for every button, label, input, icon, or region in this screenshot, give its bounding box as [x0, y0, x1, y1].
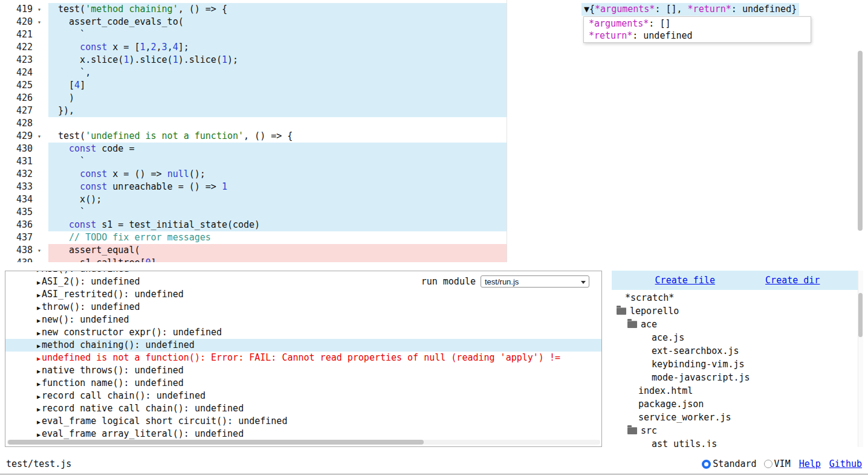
- gutter-cell[interactable]: 430: [0, 143, 48, 155]
- expand-triangle-icon[interactable]: ▶: [37, 304, 40, 311]
- gutter-cell[interactable]: 432: [0, 168, 48, 181]
- code-text[interactable]: [48, 117, 58, 130]
- code-line-431[interactable]: 431 `: [0, 155, 868, 168]
- gutter-cell[interactable]: 424: [0, 66, 48, 79]
- expand-triangle-icon[interactable]: ▶: [37, 330, 40, 336]
- expand-triangle-icon[interactable]: ▶: [37, 343, 40, 349]
- gutter-cell[interactable]: 422: [0, 41, 48, 54]
- code-text[interactable]: [4]: [48, 79, 85, 92]
- code-editor[interactable]: 419▾test('method chaining', () => {420▾ …: [0, 0, 868, 262]
- gutter-cell[interactable]: 431: [0, 155, 48, 168]
- line-number[interactable]: 420: [0, 16, 33, 28]
- gutter-cell[interactable]: 428: [0, 117, 48, 130]
- keybinding-option-standard[interactable]: Standard: [702, 458, 756, 469]
- tree-item-ext-searchbox-js[interactable]: ext-searchbox.js: [612, 344, 863, 358]
- code-text[interactable]: // TODO fix error messages: [48, 231, 211, 244]
- radio-button-icon[interactable]: [702, 460, 711, 469]
- code-text[interactable]: assert_equal(: [48, 244, 140, 257]
- line-number[interactable]: 426: [0, 92, 33, 105]
- test-result-row[interactable]: ▶ASI_restrited(): undefined: [5, 288, 601, 301]
- files-vscroll-thumb[interactable]: [858, 293, 863, 337]
- gutter-cell[interactable]: 438▾: [0, 244, 48, 257]
- expand-triangle-icon[interactable]: ▶: [37, 355, 40, 362]
- code-line-438[interactable]: 438▾ assert_equal(: [0, 244, 868, 257]
- tree-item-service-worker-js[interactable]: service_worker.js: [612, 411, 863, 424]
- gutter-cell[interactable]: 437: [0, 231, 48, 244]
- line-number[interactable]: 422: [0, 41, 33, 54]
- github-link[interactable]: Github: [829, 458, 862, 469]
- code-text[interactable]: s1.calltree[0],: [48, 257, 162, 262]
- gutter-cell[interactable]: 436: [0, 219, 48, 231]
- code-line-435[interactable]: 435 `: [0, 206, 868, 219]
- code-text[interactable]: `: [48, 206, 85, 219]
- line-number[interactable]: 432: [0, 168, 33, 181]
- tree-item-keybinding-vim-js[interactable]: keybinding-vim.js: [612, 358, 863, 371]
- expand-triangle-icon[interactable]: ▶: [37, 368, 40, 375]
- test-result-row[interactable]: ▶ASI(): undefined: [5, 271, 601, 275]
- test-result-row[interactable]: ▶function name(): undefined: [5, 377, 601, 390]
- tree-item--scratch-[interactable]: *scratch*: [612, 291, 863, 304]
- code-text[interactable]: const x = () => null();: [48, 168, 206, 181]
- test-result-row[interactable]: ▶new(): undefined: [5, 314, 601, 326]
- gutter-cell[interactable]: 423: [0, 54, 48, 66]
- create-dir-link[interactable]: Create dir: [765, 275, 820, 286]
- line-number[interactable]: 436: [0, 219, 33, 231]
- line-number[interactable]: 419: [0, 3, 33, 16]
- results-horizontal-scrollbar[interactable]: [7, 440, 600, 445]
- line-number[interactable]: 427: [0, 105, 33, 117]
- test-result-row[interactable]: ▶new constructor expr(): undefined: [5, 326, 601, 339]
- code-line-424[interactable]: 424 `,: [0, 66, 868, 79]
- line-number[interactable]: 431: [0, 155, 33, 168]
- code-text[interactable]: `: [48, 28, 85, 41]
- expand-triangle-icon[interactable]: ▶: [37, 393, 40, 400]
- code-line-429[interactable]: 429▾test('undefined is not a function', …: [0, 130, 868, 143]
- code-text[interactable]: test('undefined is not a function', () =…: [48, 130, 293, 143]
- code-line-430[interactable]: 430 const code =: [0, 143, 868, 155]
- tree-dir-src[interactable]: src: [612, 424, 863, 437]
- code-line-439[interactable]: 439 s1.calltree[0],: [0, 257, 868, 262]
- line-number[interactable]: 437: [0, 231, 33, 244]
- expand-triangle-icon[interactable]: ▶: [37, 271, 40, 273]
- code-line-425[interactable]: 425 [4]: [0, 79, 868, 92]
- code-text[interactable]: ): [48, 92, 74, 105]
- tree-dir-leporello[interactable]: leporello: [612, 304, 863, 318]
- line-number[interactable]: 424: [0, 66, 33, 79]
- test-result-row[interactable]: ▶record native call chain(): undefined: [5, 402, 601, 415]
- test-result-row[interactable]: ▶eval_frame array_literal(): undefined: [5, 428, 601, 440]
- code-text[interactable]: x();: [48, 193, 102, 206]
- fold-caret-icon[interactable]: ▾: [33, 130, 46, 143]
- fold-caret-icon[interactable]: ▾: [33, 244, 46, 257]
- gutter-cell[interactable]: 426: [0, 92, 48, 105]
- code-line-433[interactable]: 433 const unreachable = () => 1: [0, 181, 868, 193]
- code-text[interactable]: x.slice(1).slice(1).slice(1);: [48, 54, 238, 66]
- line-number[interactable]: 439: [0, 257, 33, 262]
- gutter-cell[interactable]: 433: [0, 181, 48, 193]
- tree-item-ast-utils-js[interactable]: ast_utils.js: [612, 437, 863, 447]
- expand-triangle-icon[interactable]: ▶: [37, 292, 40, 298]
- create-file-link[interactable]: Create file: [655, 275, 715, 286]
- test-result-row[interactable]: ▶eval_frame logical short circuit(): und…: [5, 415, 601, 428]
- code-line-432[interactable]: 432 const x = () => null();: [0, 168, 868, 181]
- line-number[interactable]: 425: [0, 79, 33, 92]
- expand-triangle-icon[interactable]: ▶: [37, 419, 40, 425]
- line-number[interactable]: 438: [0, 244, 33, 257]
- eval-result-inline-widget[interactable]: ▼{*arguments*: [], *return*: undefined}: [581, 3, 799, 16]
- code-text[interactable]: const unreachable = () => 1: [48, 181, 227, 193]
- code-line-423[interactable]: 423 x.slice(1).slice(1).slice(1);: [0, 54, 868, 66]
- gutter-cell[interactable]: 420▾: [0, 16, 48, 28]
- expand-triangle-icon[interactable]: ▶: [37, 406, 40, 413]
- eval-popup-row[interactable]: *arguments*: []: [584, 18, 811, 30]
- gutter-cell[interactable]: 439: [0, 257, 48, 262]
- code-text[interactable]: test('method chaining', () => {: [48, 3, 227, 16]
- code-text[interactable]: `,: [48, 66, 91, 79]
- code-text[interactable]: assert_code_evals_to(: [48, 16, 184, 28]
- code-text[interactable]: `: [48, 155, 85, 168]
- line-number[interactable]: 428: [0, 117, 33, 130]
- line-number[interactable]: 423: [0, 54, 33, 66]
- code-line-436[interactable]: 436 const s1 = test_initial_state(code): [0, 219, 868, 231]
- gutter-cell[interactable]: 435: [0, 206, 48, 219]
- results-hscroll-thumb[interactable]: [8, 440, 424, 445]
- test-result-row[interactable]: ▶method chaining(): undefined: [5, 339, 601, 352]
- code-line-427[interactable]: 427}),: [0, 105, 868, 117]
- files-vertical-scrollbar[interactable]: [858, 271, 863, 447]
